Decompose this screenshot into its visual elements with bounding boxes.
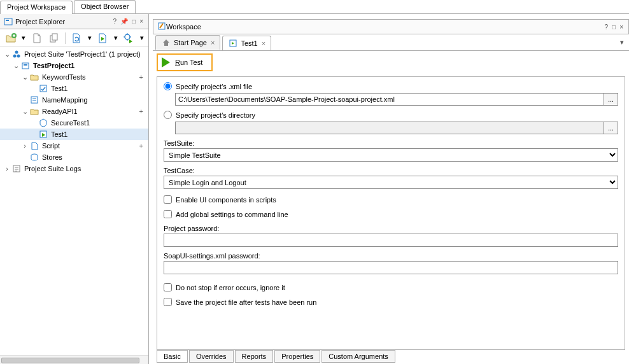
soapui-password-input[interactable]	[164, 261, 618, 274]
tree-namemapping[interactable]: NameMapping	[0, 94, 148, 106]
tab-label: Test1	[241, 39, 257, 47]
global-settings-checkbox[interactable]	[164, 210, 172, 218]
nostop-row[interactable]: Do not stop if error occurs, ignore it	[164, 283, 618, 291]
dir-path-input	[175, 122, 604, 134]
enable-ui-label: Enable UI components in scripts	[176, 196, 276, 204]
workspace-header: Workspace ? □ ×	[153, 19, 629, 34]
radio-xml-label: Specify project's .xml file	[176, 83, 252, 90]
testsuite-select[interactable]: Simple TestSuite	[164, 148, 618, 162]
maximize-icon[interactable]: □	[611, 24, 617, 31]
expand-icon[interactable]: ⌄	[3, 50, 11, 59]
tab-reports[interactable]: Reports	[235, 350, 274, 363]
tree-label: KeywordTests	[41, 73, 85, 81]
explorer-toolbar: ▾ ▾ ▾ ▾	[0, 29, 148, 47]
save-project-row[interactable]: Save the project file after tests have b…	[164, 298, 618, 306]
add-icon[interactable]: +	[139, 142, 148, 150]
expand-icon[interactable]: ›	[3, 165, 11, 172]
expand-icon[interactable]: ⌄	[20, 73, 29, 81]
add-item-dropdown[interactable]: ▾	[21, 34, 26, 42]
close-tab-icon[interactable]: ×	[211, 39, 215, 46]
testcase-select[interactable]: Simple Login and Logout	[164, 176, 618, 189]
tree-script[interactable]: › Script +	[0, 140, 148, 151]
add-icon[interactable]: +	[139, 73, 148, 81]
tree-ra-test1[interactable]: Test1	[0, 129, 148, 140]
tree-kw-test1[interactable]: Test1	[0, 83, 148, 94]
tab-properties[interactable]: Properties	[274, 350, 320, 363]
tab-test1[interactable]: Test1 ×	[222, 36, 271, 50]
copy-button[interactable]	[48, 31, 61, 45]
close-panel-icon[interactable]: ×	[138, 18, 145, 25]
run-test-button[interactable]: Run Test	[157, 53, 213, 71]
tree-label: Test1	[50, 85, 67, 92]
suite-icon	[11, 49, 22, 59]
xml-path-input[interactable]	[175, 93, 604, 106]
tree-readyapi[interactable]: ⌄ ReadyAPI1 +	[0, 106, 148, 117]
close-tab-icon[interactable]: ×	[262, 39, 265, 47]
radio-dir-label: Specify project's directory	[176, 111, 255, 119]
project-password-label: Project password:	[164, 225, 618, 232]
workspace-icon	[157, 22, 166, 32]
bottom-tabs: Basic Overrides Reports Properties Custo…	[157, 350, 625, 363]
nostop-checkbox[interactable]	[164, 283, 172, 291]
expand-icon[interactable]: ⌄	[20, 108, 29, 116]
expand-icon[interactable]: ›	[20, 142, 29, 150]
tab-custom-arguments[interactable]: Custom Arguments	[322, 350, 395, 363]
folder-icon	[29, 72, 39, 82]
close-panel-icon[interactable]: ×	[618, 24, 625, 31]
tree-suite-logs[interactable]: › Project Suite Logs	[0, 163, 148, 174]
tree-label: NameMapping	[41, 96, 88, 104]
svg-point-8	[17, 55, 20, 58]
pin-icon[interactable]: 📌	[119, 18, 129, 25]
radio-dir-input[interactable]	[164, 111, 172, 119]
project-password-input[interactable]	[164, 234, 618, 247]
project-explorer-title: Project Explorer	[15, 18, 65, 25]
script-icon	[29, 141, 39, 151]
tree-stores[interactable]: Stores	[0, 151, 148, 163]
radio-directory[interactable]: Specify project's directory	[164, 111, 618, 119]
file-button[interactable]	[30, 31, 43, 45]
mapping-icon	[29, 95, 39, 105]
folder-icon	[29, 106, 39, 116]
add-icon[interactable]: +	[139, 108, 148, 115]
secure-test-icon	[38, 118, 48, 128]
tree-project[interactable]: ⌄ TestProject1	[0, 60, 148, 71]
tab-basic[interactable]: Basic	[157, 350, 188, 363]
radio-xml-file[interactable]: Specify project's .xml file	[164, 82, 618, 90]
maximize-icon[interactable]: □	[131, 18, 137, 25]
tree-keywordtests[interactable]: ⌄ KeywordTests +	[0, 71, 148, 83]
tabs-overflow-icon[interactable]: ▾	[620, 38, 624, 46]
svg-point-5	[125, 34, 130, 39]
tab-project-workspace[interactable]: Project Workspace	[0, 1, 73, 14]
browse-dir-button[interactable]: ...	[604, 122, 618, 134]
tree-securetest[interactable]: SecureTest1	[0, 117, 148, 129]
help-icon[interactable]: ?	[604, 24, 610, 31]
enable-ui-checkbox[interactable]	[164, 195, 172, 204]
add-item-button[interactable]	[4, 31, 17, 45]
run-dropdown[interactable]: ▾	[113, 34, 118, 42]
tree-label: Script	[41, 142, 60, 150]
help-icon[interactable]: ?	[112, 18, 118, 25]
save-project-label: Save the project file after tests have b…	[176, 298, 316, 306]
settings-run-button[interactable]	[122, 31, 136, 45]
svg-rect-9	[22, 63, 29, 69]
svg-rect-12	[31, 97, 38, 103]
tab-start-page[interactable]: Start Page ×	[155, 35, 220, 50]
run-button[interactable]	[95, 31, 109, 45]
tree-project-suite[interactable]: ⌄ Project Suite 'TestProject1' (1 projec…	[0, 48, 148, 60]
horizontal-scrollbar[interactable]	[0, 355, 148, 364]
settings-run-dropdown[interactable]: ▾	[139, 34, 145, 42]
tab-overrides[interactable]: Overrides	[189, 350, 234, 363]
tree-label: TestProject1	[32, 62, 74, 69]
project-tree: ⌄ Project Suite 'TestProject1' (1 projec…	[0, 47, 148, 355]
browse-xml-button[interactable]: ...	[604, 93, 618, 106]
test-icon	[228, 38, 238, 48]
refresh-button[interactable]	[69, 31, 83, 45]
app-tabs: Project Workspace Object Browser	[0, 0, 629, 14]
refresh-dropdown[interactable]: ▾	[87, 34, 92, 42]
enable-ui-row[interactable]: Enable UI components in scripts	[164, 195, 618, 204]
tab-object-browser[interactable]: Object Browser	[74, 0, 136, 13]
expand-icon[interactable]: ⌄	[11, 62, 20, 70]
global-settings-row[interactable]: Add global settings to command line	[164, 210, 618, 218]
save-project-checkbox[interactable]	[164, 298, 172, 306]
radio-xml-input[interactable]	[164, 82, 172, 90]
